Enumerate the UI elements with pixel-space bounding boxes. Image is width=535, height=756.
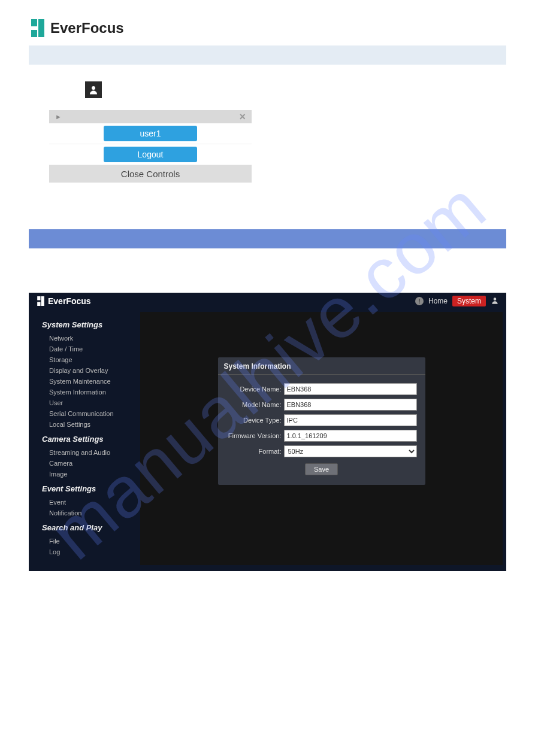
sidebar-item-log[interactable]: Log — [42, 546, 138, 557]
brand-logo-row: EverFocus — [29, 18, 506, 38]
label-firmware: Firmware Version: — [226, 432, 284, 439]
sidebar-heading: Search and Play — [42, 523, 138, 532]
svg-point-0 — [92, 86, 95, 90]
logo-icon — [29, 18, 47, 38]
app-screenshot: EverFocus ! Home System System Settings … — [29, 293, 506, 571]
sidebar-item-storage[interactable]: Storage — [42, 354, 138, 365]
sidebar-item-datetime[interactable]: Date / Time — [42, 344, 138, 354]
blue-band — [29, 229, 506, 248]
sidebar-item-notification[interactable]: Notification — [42, 508, 138, 518]
input-firmware[interactable] — [284, 430, 417, 442]
sidebar-item-display[interactable]: Display and Overlay — [42, 365, 138, 376]
sidebar-item-maintenance[interactable]: System Maintenance — [42, 376, 138, 387]
input-model-name[interactable] — [284, 399, 417, 411]
top-nav: ! Home System — [415, 296, 499, 306]
close-controls-button[interactable]: Close Controls — [49, 165, 252, 183]
user-icon — [88, 84, 99, 95]
user-button[interactable]: user1 — [104, 126, 197, 141]
user-icon-button[interactable] — [85, 81, 102, 98]
info-icon[interactable]: ! — [415, 297, 424, 305]
close-icon[interactable]: × — [239, 111, 246, 123]
sidebar-item-image[interactable]: Image — [42, 469, 138, 479]
svg-point-1 — [494, 297, 497, 300]
expand-icon[interactable]: ► — [55, 113, 62, 120]
sidebar-item-user[interactable]: User — [42, 397, 138, 408]
sidebar-item-event[interactable]: Event — [42, 497, 138, 508]
nav-user-icon[interactable] — [491, 296, 499, 306]
sidebar-item-sysinfo[interactable]: System Information — [42, 387, 138, 397]
label-device-type: Device Type: — [226, 417, 284, 424]
sidebar-item-serial[interactable]: Serial Communication — [42, 408, 138, 419]
label-device-name: Device Name: — [226, 385, 284, 393]
sidebar-heading: Event Settings — [42, 484, 138, 493]
sidebar-heading: System Settings — [42, 320, 138, 329]
select-format[interactable]: 50Hz — [284, 445, 417, 457]
sidebar-item-streaming[interactable]: Streaming and Audio — [42, 447, 138, 458]
sidebar-item-local[interactable]: Local Settings — [42, 419, 138, 430]
nav-system[interactable]: System — [452, 296, 486, 306]
input-device-name[interactable] — [284, 383, 417, 395]
controls-header: ► × — [49, 110, 252, 123]
light-band — [29, 45, 506, 65]
label-model-name: Model Name: — [226, 401, 284, 408]
app-topbar: EverFocus ! Home System — [29, 293, 506, 309]
logout-button[interactable]: Logout — [104, 147, 197, 162]
label-format: Format: — [226, 448, 284, 455]
input-device-type[interactable] — [284, 414, 417, 426]
system-info-panel: System Information Device Name: Model Na… — [218, 357, 425, 485]
panel-title: System Information — [218, 357, 425, 375]
save-button[interactable]: Save — [305, 463, 338, 475]
app-logo-icon — [36, 296, 46, 306]
app-logo: EverFocus — [36, 296, 91, 306]
app-brand-name: EverFocus — [48, 296, 91, 306]
sidebar-item-camera[interactable]: Camera — [42, 458, 138, 469]
sidebar: System Settings Network Date / Time Stor… — [29, 309, 138, 571]
sidebar-heading: Camera Settings — [42, 435, 138, 444]
nav-home[interactable]: Home — [428, 297, 448, 305]
sidebar-item-file[interactable]: File — [42, 536, 138, 546]
brand-name: EverFocus — [50, 20, 124, 37]
sidebar-item-network[interactable]: Network — [42, 333, 138, 344]
user-controls-panel: ► × user1 Logout Close Controls — [49, 110, 252, 183]
main-area: System Information Device Name: Model Na… — [140, 312, 503, 565]
